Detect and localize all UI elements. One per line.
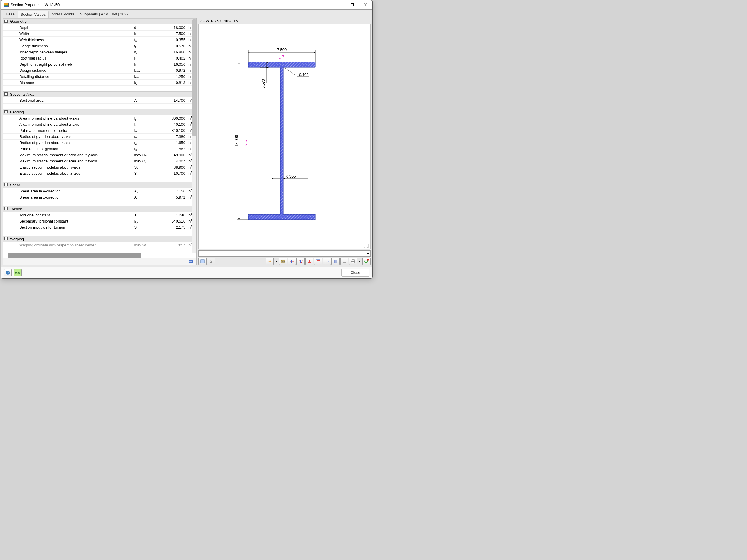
window-title: Section Properties | W 18x50 (10, 3, 59, 7)
tool-ibeam-dim-icon[interactable] (314, 258, 322, 265)
tool-numbers-icon[interactable]: 1 2 3 (323, 258, 331, 265)
result-dropdown[interactable]: -- (199, 250, 370, 257)
dialog-footer: ? 0,00 Close (1, 267, 372, 278)
collapse-icon[interactable] (4, 92, 7, 96)
group-bending[interactable]: Bending (3, 109, 197, 115)
titlebar[interactable]: Section Properties | W 18x50 (1, 0, 372, 10)
svg-text:?: ? (7, 271, 9, 274)
section-preview[interactable]: 7.500 0.570 0.402 (199, 24, 370, 249)
dim-depth: 18.000 (234, 135, 239, 147)
tool-fit-dropdown[interactable]: ▾ (274, 258, 278, 265)
tool-grid-icon[interactable] (332, 258, 340, 265)
property-row[interactable]: Widthb7.500in (3, 31, 197, 37)
ibeam-diagram: 7.500 0.570 0.402 (225, 39, 362, 237)
tab-strip: BaseSection ValuesStress PointsSubpanels… (3, 11, 370, 18)
property-row[interactable]: Maximum statical moment of area about y-… (3, 152, 197, 158)
dialog-window: Section Properties | W 18x50 BaseSection… (1, 0, 372, 278)
maximize-button[interactable] (345, 0, 359, 9)
property-row[interactable]: Polar area moment of inertiaIo840.100in4 (3, 128, 197, 134)
property-row[interactable]: Area moment of inertia about z-axisIz40.… (3, 121, 197, 128)
property-row[interactable]: Design distancekdes0.972in (3, 68, 197, 74)
property-row[interactable]: Depthd18.000in (3, 25, 197, 31)
property-row[interactable]: Secondary torsional constantIt,s540.516i… (3, 218, 197, 224)
group-warping[interactable]: Warping (3, 236, 197, 242)
tool-ruler-icon[interactable]: 100 (279, 258, 287, 265)
property-row[interactable]: Root fillet radiusr10.402in (3, 55, 197, 61)
svg-text:sc: sc (302, 259, 303, 261)
tab-section-values[interactable]: Section Values (18, 11, 49, 18)
property-row[interactable]: Elastic section modulus about z-axisSz10… (3, 170, 197, 177)
horizontal-scrollbar[interactable] (8, 254, 140, 259)
svg-rect-43 (352, 262, 354, 263)
svg-rect-1 (351, 3, 354, 6)
svg-point-44 (365, 260, 368, 263)
tab-base[interactable]: Base (3, 11, 18, 18)
tool-list-icon[interactable] (340, 258, 349, 265)
tool-select-icon[interactable] (199, 258, 207, 265)
close-window-button[interactable] (359, 0, 372, 9)
screenshot-icon[interactable] (187, 259, 195, 264)
svg-rect-5 (189, 261, 192, 263)
property-row[interactable]: Maximum statical moment of area about z-… (3, 158, 197, 164)
preview-toolbar: Σ ▾ 100 sc 1 2 3 ▾ (199, 258, 370, 265)
property-row[interactable]: Inner depth between flangeshi16.860in (3, 49, 197, 55)
preview-title: 2 - W 18x50 | AISC 16 (199, 18, 370, 24)
minimize-button[interactable] (332, 0, 345, 9)
properties-pane: GeometryDepthd18.000inWidthb7.500inWeb t… (3, 18, 197, 265)
property-row[interactable]: Detailing distancekdet1.250in (3, 74, 197, 80)
property-row[interactable]: Radius of gyration about z-axisrz1.650in (3, 140, 197, 146)
tool-reset-icon[interactable] (362, 258, 370, 265)
property-row[interactable]: Sectional areaA14.700in2 (3, 98, 197, 104)
svg-line-16 (285, 68, 298, 77)
property-row[interactable]: Torsional constantJ1.240in4 (3, 212, 197, 218)
property-row[interactable]: Shear area in z-directionAz5.972in2 (3, 194, 197, 201)
tool-ibeam-red-icon[interactable] (305, 258, 313, 265)
tool-points-icon[interactable]: sc (297, 258, 305, 265)
dim-root: 0.402 (299, 72, 309, 77)
axis-z: z (279, 55, 281, 59)
tool-print-dropdown[interactable]: ▾ (358, 258, 362, 265)
svg-text:100: 100 (282, 261, 285, 263)
svg-rect-31 (300, 260, 301, 263)
property-row[interactable]: Shear area in y-directionAy7.156in2 (3, 188, 197, 194)
property-row[interactable]: Flange thicknesstf0.570in (3, 43, 197, 49)
collapse-icon[interactable] (4, 183, 7, 186)
dim-flange: 0.570 (261, 79, 265, 89)
collapse-icon[interactable] (4, 237, 7, 240)
property-row[interactable]: Elastic section modulus about y-axisSy88… (3, 164, 197, 170)
tab-stress-points[interactable]: Stress Points (49, 11, 77, 18)
property-row[interactable]: Section modulus for torsionSt2.175in3 (3, 224, 197, 231)
tool-stress-icon[interactable] (288, 258, 296, 265)
dim-web: 0.355 (286, 174, 296, 179)
svg-rect-27 (201, 260, 204, 263)
group-sectional-area[interactable]: Sectional Area (3, 91, 197, 98)
units-button[interactable]: 0,00 (14, 269, 22, 276)
tool-fit-icon[interactable] (265, 258, 274, 265)
group-torsion[interactable]: Torsion (3, 206, 197, 212)
tool-print-icon[interactable] (349, 258, 357, 265)
group-shear[interactable]: Shear (3, 182, 197, 188)
group-geometry[interactable]: Geometry (3, 19, 197, 25)
property-row[interactable]: Warping ordinate with respect to shear c… (3, 242, 197, 248)
collapse-icon[interactable] (4, 20, 7, 23)
property-row[interactable]: Distancek10.813in (3, 80, 197, 86)
app-icon (3, 3, 9, 7)
vertical-scrollbar[interactable] (192, 19, 197, 253)
property-row[interactable]: Polar radius of gyrationro7.562in (3, 146, 197, 152)
svg-point-32 (299, 260, 300, 261)
help-button[interactable]: ? (4, 269, 12, 276)
svg-rect-42 (352, 260, 354, 261)
close-button[interactable]: Close (341, 269, 369, 277)
scrollbar-thumb[interactable] (192, 19, 196, 136)
property-row[interactable]: Web thicknesstw0.355in (3, 37, 197, 43)
property-row[interactable]: Area moment of inertia about y-axisIy800… (3, 115, 197, 121)
property-row[interactable]: Depth of straight portion of webh16.056i… (3, 61, 197, 68)
tool-sigma-icon: Σ (207, 258, 215, 265)
axis-y: y (245, 141, 248, 146)
unit-label: [in] (364, 243, 368, 248)
collapse-icon[interactable] (4, 110, 7, 113)
tab-subpanels-aisc-360-2022[interactable]: Subpanels | AISC 360 | 2022 (77, 11, 132, 18)
svg-rect-30 (291, 260, 292, 263)
property-row[interactable]: Radius of gyration about y-axisry7.380in (3, 134, 197, 140)
collapse-icon[interactable] (4, 207, 7, 210)
